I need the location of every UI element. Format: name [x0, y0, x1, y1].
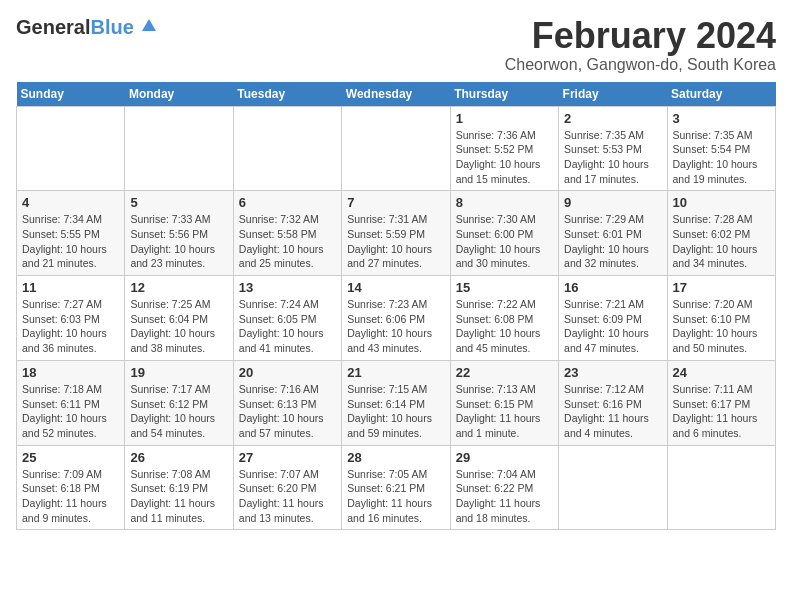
calendar-cell: 2Sunrise: 7:35 AMSunset: 5:53 PMDaylight… [559, 106, 667, 191]
calendar-cell: 22Sunrise: 7:13 AMSunset: 6:15 PMDayligh… [450, 360, 558, 445]
calendar-cell: 13Sunrise: 7:24 AMSunset: 6:05 PMDayligh… [233, 276, 341, 361]
day-header-tuesday: Tuesday [233, 82, 341, 107]
day-info: Sunrise: 7:09 AMSunset: 6:18 PMDaylight:… [22, 467, 119, 526]
calendar-cell: 1Sunrise: 7:36 AMSunset: 5:52 PMDaylight… [450, 106, 558, 191]
logo-icon [140, 17, 158, 39]
day-info: Sunrise: 7:07 AMSunset: 6:20 PMDaylight:… [239, 467, 336, 526]
day-header-saturday: Saturday [667, 82, 775, 107]
day-number: 21 [347, 365, 444, 380]
logo: GeneralBlue [16, 16, 158, 39]
title-section: February 2024 Cheorwon, Gangwon-do, Sout… [505, 16, 776, 74]
day-info: Sunrise: 7:16 AMSunset: 6:13 PMDaylight:… [239, 382, 336, 441]
calendar-cell: 9Sunrise: 7:29 AMSunset: 6:01 PMDaylight… [559, 191, 667, 276]
calendar-cell: 8Sunrise: 7:30 AMSunset: 6:00 PMDaylight… [450, 191, 558, 276]
day-number: 20 [239, 365, 336, 380]
day-number: 10 [673, 195, 770, 210]
day-number: 16 [564, 280, 661, 295]
day-number: 2 [564, 111, 661, 126]
day-number: 25 [22, 450, 119, 465]
calendar-table: SundayMondayTuesdayWednesdayThursdayFrid… [16, 82, 776, 531]
calendar-cell: 10Sunrise: 7:28 AMSunset: 6:02 PMDayligh… [667, 191, 775, 276]
day-number: 23 [564, 365, 661, 380]
day-info: Sunrise: 7:27 AMSunset: 6:03 PMDaylight:… [22, 297, 119, 356]
calendar-cell: 27Sunrise: 7:07 AMSunset: 6:20 PMDayligh… [233, 445, 341, 530]
day-number: 26 [130, 450, 227, 465]
calendar-cell: 25Sunrise: 7:09 AMSunset: 6:18 PMDayligh… [17, 445, 125, 530]
calendar-cell: 12Sunrise: 7:25 AMSunset: 6:04 PMDayligh… [125, 276, 233, 361]
day-number: 22 [456, 365, 553, 380]
logo-general: General [16, 16, 90, 38]
day-number: 17 [673, 280, 770, 295]
day-number: 18 [22, 365, 119, 380]
calendar-cell: 18Sunrise: 7:18 AMSunset: 6:11 PMDayligh… [17, 360, 125, 445]
calendar-cell: 24Sunrise: 7:11 AMSunset: 6:17 PMDayligh… [667, 360, 775, 445]
calendar-cell: 14Sunrise: 7:23 AMSunset: 6:06 PMDayligh… [342, 276, 450, 361]
calendar-subtitle: Cheorwon, Gangwon-do, South Korea [505, 56, 776, 74]
day-info: Sunrise: 7:25 AMSunset: 6:04 PMDaylight:… [130, 297, 227, 356]
day-number: 15 [456, 280, 553, 295]
calendar-cell: 16Sunrise: 7:21 AMSunset: 6:09 PMDayligh… [559, 276, 667, 361]
day-header-wednesday: Wednesday [342, 82, 450, 107]
calendar-cell [125, 106, 233, 191]
day-info: Sunrise: 7:04 AMSunset: 6:22 PMDaylight:… [456, 467, 553, 526]
day-number: 12 [130, 280, 227, 295]
calendar-cell [17, 106, 125, 191]
calendar-cell: 15Sunrise: 7:22 AMSunset: 6:08 PMDayligh… [450, 276, 558, 361]
day-info: Sunrise: 7:29 AMSunset: 6:01 PMDaylight:… [564, 212, 661, 271]
day-number: 3 [673, 111, 770, 126]
day-number: 28 [347, 450, 444, 465]
day-number: 6 [239, 195, 336, 210]
day-info: Sunrise: 7:34 AMSunset: 5:55 PMDaylight:… [22, 212, 119, 271]
calendar-cell [342, 106, 450, 191]
day-number: 4 [22, 195, 119, 210]
calendar-cell: 21Sunrise: 7:15 AMSunset: 6:14 PMDayligh… [342, 360, 450, 445]
day-number: 11 [22, 280, 119, 295]
day-info: Sunrise: 7:15 AMSunset: 6:14 PMDaylight:… [347, 382, 444, 441]
day-number: 24 [673, 365, 770, 380]
day-info: Sunrise: 7:23 AMSunset: 6:06 PMDaylight:… [347, 297, 444, 356]
calendar-cell: 20Sunrise: 7:16 AMSunset: 6:13 PMDayligh… [233, 360, 341, 445]
day-info: Sunrise: 7:17 AMSunset: 6:12 PMDaylight:… [130, 382, 227, 441]
day-info: Sunrise: 7:28 AMSunset: 6:02 PMDaylight:… [673, 212, 770, 271]
day-info: Sunrise: 7:11 AMSunset: 6:17 PMDaylight:… [673, 382, 770, 441]
day-info: Sunrise: 7:31 AMSunset: 5:59 PMDaylight:… [347, 212, 444, 271]
day-header-sunday: Sunday [17, 82, 125, 107]
week-row-3: 11Sunrise: 7:27 AMSunset: 6:03 PMDayligh… [17, 276, 776, 361]
day-number: 7 [347, 195, 444, 210]
svg-marker-0 [142, 19, 156, 31]
week-row-4: 18Sunrise: 7:18 AMSunset: 6:11 PMDayligh… [17, 360, 776, 445]
day-header-friday: Friday [559, 82, 667, 107]
week-row-2: 4Sunrise: 7:34 AMSunset: 5:55 PMDaylight… [17, 191, 776, 276]
day-info: Sunrise: 7:30 AMSunset: 6:00 PMDaylight:… [456, 212, 553, 271]
day-info: Sunrise: 7:32 AMSunset: 5:58 PMDaylight:… [239, 212, 336, 271]
calendar-cell: 5Sunrise: 7:33 AMSunset: 5:56 PMDaylight… [125, 191, 233, 276]
calendar-cell [233, 106, 341, 191]
day-info: Sunrise: 7:05 AMSunset: 6:21 PMDaylight:… [347, 467, 444, 526]
calendar-cell: 6Sunrise: 7:32 AMSunset: 5:58 PMDaylight… [233, 191, 341, 276]
day-info: Sunrise: 7:35 AMSunset: 5:53 PMDaylight:… [564, 128, 661, 187]
day-number: 27 [239, 450, 336, 465]
calendar-cell: 7Sunrise: 7:31 AMSunset: 5:59 PMDaylight… [342, 191, 450, 276]
day-info: Sunrise: 7:33 AMSunset: 5:56 PMDaylight:… [130, 212, 227, 271]
day-info: Sunrise: 7:08 AMSunset: 6:19 PMDaylight:… [130, 467, 227, 526]
day-info: Sunrise: 7:20 AMSunset: 6:10 PMDaylight:… [673, 297, 770, 356]
calendar-cell: 4Sunrise: 7:34 AMSunset: 5:55 PMDaylight… [17, 191, 125, 276]
calendar-cell: 23Sunrise: 7:12 AMSunset: 6:16 PMDayligh… [559, 360, 667, 445]
day-info: Sunrise: 7:36 AMSunset: 5:52 PMDaylight:… [456, 128, 553, 187]
day-number: 1 [456, 111, 553, 126]
day-number: 29 [456, 450, 553, 465]
day-info: Sunrise: 7:12 AMSunset: 6:16 PMDaylight:… [564, 382, 661, 441]
calendar-cell: 29Sunrise: 7:04 AMSunset: 6:22 PMDayligh… [450, 445, 558, 530]
calendar-cell: 26Sunrise: 7:08 AMSunset: 6:19 PMDayligh… [125, 445, 233, 530]
day-info: Sunrise: 7:21 AMSunset: 6:09 PMDaylight:… [564, 297, 661, 356]
day-number: 14 [347, 280, 444, 295]
day-number: 19 [130, 365, 227, 380]
week-row-1: 1Sunrise: 7:36 AMSunset: 5:52 PMDaylight… [17, 106, 776, 191]
day-number: 13 [239, 280, 336, 295]
calendar-cell: 28Sunrise: 7:05 AMSunset: 6:21 PMDayligh… [342, 445, 450, 530]
day-number: 9 [564, 195, 661, 210]
calendar-title: February 2024 [505, 16, 776, 56]
day-number: 8 [456, 195, 553, 210]
day-info: Sunrise: 7:13 AMSunset: 6:15 PMDaylight:… [456, 382, 553, 441]
day-header-thursday: Thursday [450, 82, 558, 107]
